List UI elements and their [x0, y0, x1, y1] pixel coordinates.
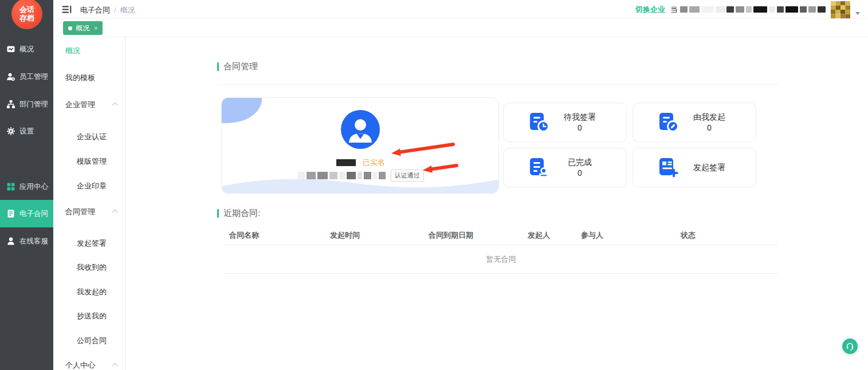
tab-bar: 概况 × [53, 19, 868, 37]
stat-card-start-signing[interactable]: 发起签署 [633, 148, 756, 187]
current-company-prefix: 当 [670, 5, 678, 15]
section-title-bar [217, 62, 219, 71]
col-header-contract-name: 合同名称 [229, 230, 259, 241]
stat-label: 由我发起 [680, 112, 739, 123]
divider [217, 84, 778, 85]
sidebar-item-label: 在线客服 [19, 237, 48, 246]
redacted-company [298, 172, 305, 179]
customer-service-button[interactable] [842, 338, 858, 354]
profile-company-row: 认证通过 [222, 170, 499, 180]
menu-item-my-templates[interactable]: 我的模板 [53, 72, 125, 84]
chevron-up-icon [112, 363, 118, 369]
stat-card-initiated-by-me[interactable]: 由我发起 0 [633, 103, 756, 142]
menu-group-personal[interactable]: 个人中心 [53, 360, 125, 370]
stat-label: 已完成 [551, 157, 609, 168]
stat-value: 0 [680, 123, 739, 133]
sidebar-item-label: 应用中心 [19, 182, 48, 192]
profile-name-row: 已实名 [222, 157, 499, 166]
menu-group-label: 企业管理 [65, 100, 95, 109]
sidebar-item-label: 设置 [19, 127, 34, 136]
contract-doc-icon [6, 209, 15, 218]
menu-item-template-mgmt[interactable]: 模版管理 [53, 156, 125, 167]
app-logo[interactable]: 会话 存档 [11, 0, 42, 29]
logo-line2: 存档 [19, 14, 34, 22]
menu-item-cc-me[interactable]: 抄送我的 [53, 310, 125, 322]
menu-item-enterprise-seal[interactable]: 企业印章 [53, 180, 125, 192]
chevron-up-icon [112, 103, 118, 108]
realname-badge: 已实名 [363, 158, 385, 167]
menu-group-enterprise[interactable]: 企业管理 [53, 99, 125, 111]
tab-label: 概况 [76, 23, 89, 33]
sidebar-item-label: 员工管理 [19, 72, 48, 82]
sidebar-item-e-contract[interactable]: 电子合同 [0, 200, 53, 227]
doc-clock-icon [528, 111, 551, 134]
breadcrumb-current: 概况 [120, 6, 135, 14]
sidebar-item-overview[interactable]: 概况 [0, 36, 53, 63]
overview-icon [6, 45, 15, 54]
primary-sidebar: 会话 存档 概况 员工管理 部门管理 设置 应用中心 电子合同 [0, 0, 53, 370]
profile-avatar-icon [341, 110, 380, 149]
sidebar-item-label: 概况 [19, 45, 34, 54]
section-title-recent-contracts: 近期合同: [217, 208, 260, 219]
decorative-blob [222, 98, 262, 123]
doc-plus-icon [657, 156, 680, 179]
stat-value: 0 [551, 168, 609, 179]
switch-company-link[interactable]: 切换企业 [635, 5, 665, 15]
redacted-name [336, 159, 356, 166]
tab-close-icon[interactable]: × [94, 25, 97, 32]
menu-group-label: 个人中心 [65, 361, 95, 369]
user-avatar[interactable] [831, 1, 850, 18]
menu-item-received[interactable]: 我收到的 [53, 262, 125, 273]
user-menu-caret-icon[interactable] [855, 12, 860, 15]
table-header-row: 合同名称 发起时间 合同到期日期 发起人 参与人 状态 [224, 226, 778, 245]
stat-label: 发起签署 [680, 162, 739, 173]
recent-contracts-table: 合同名称 发起时间 合同到期日期 发起人 参与人 状态 暂无合同 [224, 226, 778, 274]
breadcrumb-separator: / [114, 6, 116, 14]
headset-icon [845, 341, 855, 351]
top-bar: 电子合同/概况 切换企业 当 [53, 0, 868, 19]
profile-card: 已实名 认证通过 [221, 97, 499, 194]
person-icon [6, 237, 15, 246]
section-title-text: 合同管理 [223, 61, 258, 72]
sidebar-item-app-center[interactable]: 应用中心 [0, 173, 53, 200]
employee-icon [6, 72, 15, 81]
section-title-text: 近期合同: [223, 208, 260, 219]
collapse-sidebar-icon[interactable] [62, 5, 72, 17]
menu-group-label: 合同管理 [65, 207, 95, 216]
col-header-start-time: 发起时间 [330, 230, 360, 241]
sidebar-item-settings[interactable]: 设置 [0, 117, 53, 145]
menu-item-enterprise-cert[interactable]: 企业认证 [53, 131, 125, 143]
stat-card-pending-sign[interactable]: 待我签署 0 [503, 103, 627, 142]
gear-icon [6, 127, 15, 136]
secondary-sidebar: 概况 我的模板 企业管理 企业认证 模版管理 企业印章 合同管理 发起签署 我收… [53, 37, 125, 370]
logo-line1: 会话 [19, 5, 34, 14]
breadcrumb-parent[interactable]: 电子合同 [80, 6, 110, 14]
table-empty-state: 暂无合同 [224, 245, 778, 274]
menu-item-company-contracts[interactable]: 公司合同 [53, 335, 125, 347]
stat-card-completed[interactable]: 已完成 0 [503, 148, 627, 187]
departments-icon [6, 100, 15, 109]
cert-passed-badge: 认证通过 [391, 170, 424, 182]
sidebar-item-online-service[interactable]: 在线客服 [0, 227, 53, 255]
section-title-contract-mgmt: 合同管理 [217, 61, 258, 72]
tab-active-dot [68, 26, 72, 30]
sidebar-item-employees[interactable]: 员工管理 [0, 63, 53, 90]
doc-edit-icon [657, 111, 680, 134]
app-window: 会话 存档 概况 员工管理 部门管理 设置 应用中心 电子合同 [0, 0, 868, 370]
sidebar-item-departments[interactable]: 部门管理 [0, 90, 53, 118]
menu-item-initiate-sign[interactable]: 发起签署 [53, 238, 125, 249]
doc-stamp-icon [528, 156, 551, 179]
menu-item-initiated[interactable]: 我发起的 [53, 286, 125, 298]
breadcrumb: 电子合同/概况 [80, 5, 135, 15]
sidebar-item-label: 电子合同 [19, 209, 48, 219]
section-title-bar [217, 209, 219, 218]
menu-group-contract[interactable]: 合同管理 [53, 206, 125, 218]
col-header-participants: 参与人 [581, 230, 603, 241]
menu-item-overview[interactable]: 概况 [53, 45, 125, 57]
stat-value: 0 [551, 123, 609, 133]
topbar-right: 切换企业 当 [635, 0, 860, 19]
apps-grid-icon [6, 182, 15, 191]
tab-overview[interactable]: 概况 × [63, 21, 103, 35]
col-header-initiator: 发起人 [528, 230, 550, 241]
stat-label: 待我签署 [551, 112, 609, 123]
